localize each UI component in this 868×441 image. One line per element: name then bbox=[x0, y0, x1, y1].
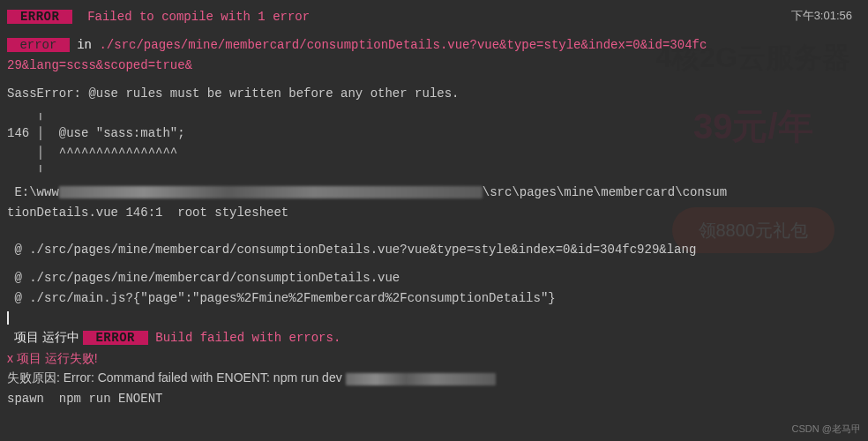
fail-reason-line: 失败原因: Error: Command failed with ENOENT:… bbox=[7, 368, 868, 388]
compile-error-line: ERROR Failed to compile with 1 error bbox=[7, 7, 868, 26]
sass-file-line2: tionDetails.vue 146:1 root stylesheet bbox=[7, 203, 868, 222]
error-badge-2: ERROR bbox=[83, 331, 148, 345]
error-label: error bbox=[7, 38, 70, 52]
build-failed-msg: Build failed with errors. bbox=[148, 331, 340, 345]
watermark: CSDN @老马甲 bbox=[792, 422, 861, 437]
redacted-path bbox=[59, 186, 483, 198]
project-failed-line: x 项目 运行失败! bbox=[7, 348, 868, 368]
error-file-path: ./src/pages/mine/membercard/consumptionD… bbox=[99, 38, 707, 52]
build-running-line: 项目 运行中 ERROR Build failed with errors. bbox=[7, 327, 868, 348]
compile-error-msg: Failed to compile with 1 error bbox=[72, 10, 310, 24]
sass-box-top: ╷ bbox=[7, 104, 868, 123]
sass-box-bottom: ╵ bbox=[7, 163, 868, 183]
sass-error-header: SassError: @use rules must be written be… bbox=[7, 84, 868, 103]
cursor-icon bbox=[7, 311, 9, 325]
timestamp: 下午3:01:56 bbox=[791, 7, 852, 26]
sass-box-caret: │ ^^^^^^^^^^^^^^^^ bbox=[7, 143, 868, 162]
sass-box-code: 146 │ @use "sass:math"; bbox=[7, 123, 868, 143]
sass-file-line1: E:\www\src\pages\mine\membercard\consum bbox=[7, 183, 868, 202]
spawn-line: spawn npm run ENOENT bbox=[7, 389, 868, 408]
redacted-cmd bbox=[346, 373, 496, 385]
stack-line-3: @ ./src/main.js?{"page":"pages%2Fmine%2F… bbox=[7, 288, 868, 308]
error-in-line: error in ./src/pages/mine/membercard/con… bbox=[7, 35, 868, 55]
cursor-line bbox=[7, 308, 868, 327]
stack-line-1: @ ./src/pages/mine/membercard/consumptio… bbox=[7, 240, 868, 259]
error-badge: ERROR bbox=[7, 10, 72, 24]
error-file-path-cont: 29&lang=scss&scoped=true& bbox=[7, 56, 868, 75]
stack-line-2: @ ./src/pages/mine/membercard/consumptio… bbox=[7, 268, 868, 288]
